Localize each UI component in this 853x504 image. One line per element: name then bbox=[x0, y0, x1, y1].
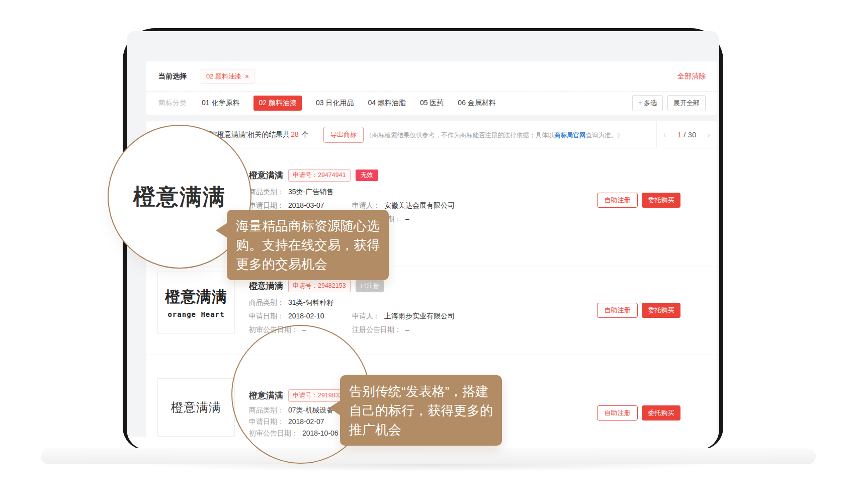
category-tools: + 多选 展开全部 bbox=[632, 95, 706, 111]
apply-date-value: 2018-03-07 bbox=[288, 201, 324, 209]
applicant-label: 申请人： bbox=[352, 312, 380, 320]
page-separator: / bbox=[684, 130, 686, 139]
self-register-button[interactable]: 自助注册 bbox=[597, 405, 638, 421]
category-row-label: 商标分类 bbox=[158, 99, 187, 108]
application-number-tag: 申请号：29482153 bbox=[288, 280, 351, 292]
tooltip-arrow-left-icon bbox=[216, 223, 227, 238]
tooltip-line: 自己的标行，获得更多的 bbox=[349, 401, 493, 420]
trademark-thumbnail-3[interactable]: 橙意满满 bbox=[157, 378, 235, 437]
trademark-name: 橙意满满 bbox=[249, 280, 283, 292]
entrust-buy-button[interactable]: 委托购买 bbox=[642, 193, 680, 208]
selected-filter-chip-label: 02 颜料油漆 bbox=[206, 72, 241, 81]
current-selection-label: 当前选择 bbox=[158, 72, 187, 81]
laptop-mockup: 当前选择 02 颜料油漆 × 全部清除 商标分类 01 化学原料 02 颜料油漆… bbox=[0, 0, 853, 504]
category-04[interactable]: 04 燃料油脂 bbox=[368, 99, 405, 108]
clear-all-button[interactable]: 全部清除 bbox=[677, 72, 706, 81]
category-field-value: 35类-广告销售 bbox=[288, 188, 333, 196]
results-count: 28 bbox=[291, 130, 299, 138]
status-badge: 已注册 bbox=[356, 280, 385, 292]
category-field-label: 商品类别： bbox=[249, 188, 284, 196]
tooltip-line: 购。支持在线交易，获得 bbox=[236, 235, 380, 255]
applicant-value: 上海雨步实业有限公司 bbox=[384, 312, 455, 320]
trademark-thumbnail-2[interactable]: 橙意满满 orange Heart bbox=[157, 272, 235, 333]
next-page-icon[interactable]: › bbox=[708, 130, 710, 139]
callout-tooltip-2: 告别传统“发表格”，搭建 自己的标行，获得更多的 推广机会 bbox=[340, 375, 502, 446]
category-06[interactable]: 06 金属材料 bbox=[458, 99, 495, 108]
laptop-base bbox=[41, 448, 816, 464]
apply-date-value: 2018-02-10 bbox=[288, 312, 324, 320]
tooltip-line: 告别传统“发表格”，搭建 bbox=[349, 382, 493, 401]
page-indicator: 1 / 30 bbox=[677, 130, 697, 139]
tooltip-line: 更多的交易机会 bbox=[236, 255, 380, 274]
application-number-label: 申请号： bbox=[293, 172, 318, 179]
trademark-name: 橙意满满 bbox=[249, 170, 283, 181]
reg-pub-value: – bbox=[405, 215, 409, 223]
tooltip-arrow-left-icon bbox=[329, 400, 340, 415]
category-02-selected[interactable]: 02 颜料油漆 bbox=[253, 96, 301, 111]
applicant-label: 申请人： bbox=[352, 201, 380, 209]
prev-page-icon[interactable]: ‹ bbox=[663, 130, 666, 139]
applicant-value: 安徽美达会展有限公司 bbox=[384, 201, 455, 209]
category-05[interactable]: 05 医药 bbox=[420, 99, 444, 108]
selected-filter-chip[interactable]: 02 颜料油漆 × bbox=[201, 69, 254, 84]
current-page: 1 bbox=[677, 130, 681, 139]
reg-pub-value: – bbox=[405, 325, 409, 333]
current-selection-row: 当前选择 02 颜料油漆 × 全部清除 bbox=[146, 61, 717, 91]
trademark-office-link[interactable]: 商标局官网 bbox=[554, 132, 586, 139]
magnified-trademark-text: 橙意满满 bbox=[133, 182, 226, 212]
application-number-tag: 申请号：29474941 bbox=[288, 169, 351, 182]
apply-date-label: 申请日期： bbox=[249, 312, 284, 320]
disclaimer-text: （商标检索结果仅供参考，不作为商标能否注册的法律依据；具体以商标局官网查询为准。… bbox=[366, 131, 624, 140]
multi-select-button[interactable]: + 多选 bbox=[632, 95, 663, 111]
status-badge: 无效 bbox=[356, 170, 378, 181]
summary-suffix: 个 bbox=[302, 130, 309, 138]
row-divider bbox=[146, 355, 717, 355]
reg-pub-label: 注册公告日期： bbox=[352, 325, 401, 333]
apply-date-label: 申请日期： bbox=[249, 201, 284, 209]
expand-all-button[interactable]: 展开全部 bbox=[667, 95, 706, 111]
chip-close-icon[interactable]: × bbox=[245, 73, 249, 80]
export-trademarks-button[interactable]: 导出商标 bbox=[323, 127, 364, 143]
application-number: 29474941 bbox=[318, 172, 346, 179]
results-header: 当前分类下检索到“橙意满满”相关的结果共28 个 导出商标 （商标检索结果仅供参… bbox=[146, 121, 717, 148]
category-row: 商标分类 01 化学原料 02 颜料油漆 03 日化用品 04 燃料油脂 05 … bbox=[146, 91, 717, 115]
thumbnail-mark-text: 橙意满满 bbox=[171, 399, 221, 415]
tooltip-line: 海量精品商标资源随心选 bbox=[236, 216, 380, 235]
row-2-actions: 自助注册 委托购买 bbox=[597, 303, 680, 318]
entrust-buy-button[interactable]: 委托购买 bbox=[642, 405, 680, 421]
row-3-actions: 自助注册 委托购买 bbox=[597, 405, 680, 421]
application-number-label: 申请号： bbox=[293, 282, 318, 289]
entrust-buy-button[interactable]: 委托购买 bbox=[642, 303, 680, 318]
thumbnail-mark-subtext: orange Heart bbox=[167, 310, 224, 318]
application-number: 29482153 bbox=[318, 282, 346, 289]
filter-panel: 当前选择 02 颜料油漆 × 全部清除 商标分类 01 化学原料 02 颜料油漆… bbox=[146, 61, 717, 115]
pagination: ‹ 1 / 30 › bbox=[656, 121, 717, 148]
tooltip-line: 推广机会 bbox=[349, 420, 493, 439]
total-pages: 30 bbox=[688, 130, 697, 139]
thumbnail-mark-text: 橙意满满 bbox=[165, 287, 227, 307]
category-field-label: 商品类别： bbox=[249, 298, 284, 306]
row-1-actions: 自助注册 委托购买 bbox=[597, 193, 680, 208]
category-field-value: 31类-饲料种籽 bbox=[288, 298, 333, 306]
self-register-button[interactable]: 自助注册 bbox=[597, 303, 638, 318]
self-register-button[interactable]: 自助注册 bbox=[597, 193, 638, 208]
category-03[interactable]: 03 日化用品 bbox=[316, 99, 354, 108]
callout-tooltip-1: 海量精品商标资源随心选 购。支持在线交易，获得 更多的交易机会 bbox=[227, 210, 389, 280]
disclaimer-pre: （商标检索结果仅供参考，不作为商标能否注册的法律依据；具体以 bbox=[366, 132, 554, 139]
disclaimer-post: 查询为准。） bbox=[586, 132, 624, 139]
category-01[interactable]: 01 化学原料 bbox=[202, 99, 239, 108]
